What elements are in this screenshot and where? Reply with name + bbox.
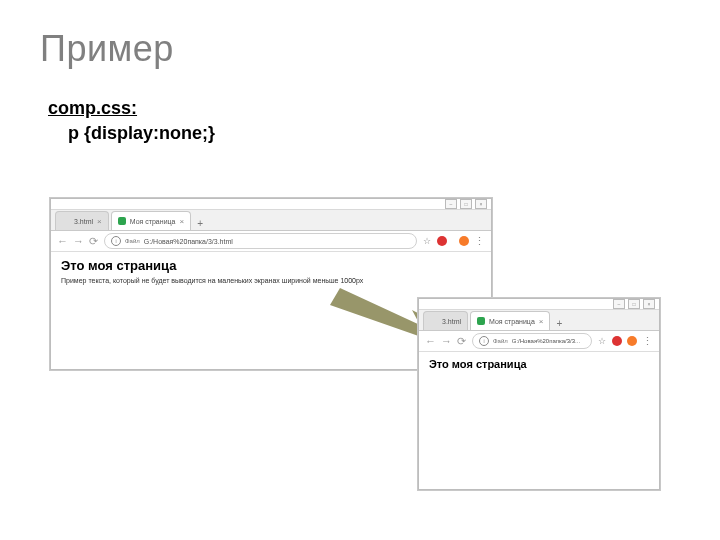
forward-icon[interactable]: → xyxy=(73,235,84,247)
bookmark-icon[interactable]: ☆ xyxy=(598,336,606,346)
tab-strip: 3.html Моя страница × + xyxy=(419,310,659,331)
url-text: G:/Новая%20папка/3/3.html xyxy=(144,238,233,245)
extension-red-icon[interactable] xyxy=(437,236,447,246)
tab-label: 3.html xyxy=(74,218,93,225)
menu-icon[interactable]: ⋮ xyxy=(474,235,485,248)
back-icon[interactable]: ← xyxy=(57,235,68,247)
tab-close-icon[interactable]: × xyxy=(179,217,184,226)
tab-strip: 3.html × Моя страница × + xyxy=(51,210,491,231)
minimize-icon[interactable]: – xyxy=(613,299,625,309)
favicon-green-icon xyxy=(118,217,126,225)
info-icon: i xyxy=(479,336,489,346)
address-bar: ← → ⟳ i Файл G:/Новая%20папка/3/3... ☆ ⋮ xyxy=(419,331,659,352)
browser-tab-2[interactable]: Моя страница × xyxy=(470,311,550,330)
new-tab-button[interactable]: + xyxy=(193,216,207,230)
page-heading: Это моя страница xyxy=(429,358,649,370)
profile-avatar-icon[interactable] xyxy=(459,236,469,246)
menu-icon[interactable]: ⋮ xyxy=(642,335,653,348)
window-titlebar: – □ × xyxy=(419,299,659,310)
css-code: p {display:none;} xyxy=(68,123,680,144)
page-content: Это моя страница xyxy=(419,352,659,380)
tab-label: Моя страница xyxy=(489,318,535,325)
browser-tab-2[interactable]: Моя страница × xyxy=(111,211,191,230)
address-bar: ← → ⟳ i Файл G:/Новая%20папка/3/3.html ☆… xyxy=(51,231,491,252)
close-icon[interactable]: × xyxy=(475,199,487,209)
new-tab-button[interactable]: + xyxy=(552,316,566,330)
tab-label: 3.html xyxy=(442,318,461,325)
slide-title: Пример xyxy=(40,28,680,70)
browser-tab-1[interactable]: 3.html xyxy=(423,311,468,330)
info-icon: i xyxy=(111,236,121,246)
url-scheme: Файл xyxy=(125,238,140,244)
url-input[interactable]: i Файл G:/Новая%20папка/3/3... xyxy=(472,333,592,349)
favicon-blank-icon xyxy=(430,317,438,325)
bookmark-icon[interactable]: ☆ xyxy=(423,236,431,246)
close-icon[interactable]: × xyxy=(643,299,655,309)
browser-window-small: – □ × 3.html Моя страница × + ← → ⟳ i xyxy=(418,298,660,490)
tab-close-icon[interactable]: × xyxy=(539,317,544,326)
browser-tab-1[interactable]: 3.html × xyxy=(55,211,109,230)
url-text: G:/Новая%20папка/3/3... xyxy=(512,338,580,344)
tab-label: Моя страница xyxy=(130,218,176,225)
window-titlebar: – □ × xyxy=(51,199,491,210)
reload-icon[interactable]: ⟳ xyxy=(457,335,466,348)
url-scheme: Файл xyxy=(493,338,508,344)
forward-icon[interactable]: → xyxy=(441,335,452,347)
extension-red-icon[interactable] xyxy=(612,336,622,346)
reload-icon[interactable]: ⟳ xyxy=(89,235,98,248)
filename-label: comp.css: xyxy=(48,98,680,119)
maximize-icon[interactable]: □ xyxy=(628,299,640,309)
favicon-blank-icon xyxy=(62,217,70,225)
url-input[interactable]: i Файл G:/Новая%20папка/3/3.html xyxy=(104,233,417,249)
tab-close-icon[interactable]: × xyxy=(97,217,102,226)
minimize-icon[interactable]: – xyxy=(445,199,457,209)
profile-avatar-icon[interactable] xyxy=(627,336,637,346)
favicon-green-icon xyxy=(477,317,485,325)
maximize-icon[interactable]: □ xyxy=(460,199,472,209)
back-icon[interactable]: ← xyxy=(425,335,436,347)
